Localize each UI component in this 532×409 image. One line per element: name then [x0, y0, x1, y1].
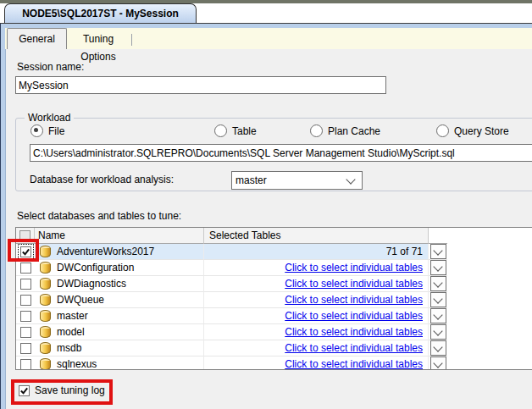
database-icon	[40, 326, 51, 339]
tables-dropdown-button[interactable]	[430, 276, 446, 291]
database-checkbox[interactable]	[20, 246, 31, 257]
radio-label: File	[48, 125, 64, 137]
database-name-cell: DWQueue	[35, 292, 204, 308]
database-name-cell: DWDiagnostics	[35, 276, 204, 292]
checkmark-icon	[21, 247, 30, 257]
workload-radio-file[interactable]: File	[30, 124, 64, 137]
database-name: AdventureWorks2017	[57, 244, 154, 259]
save-tuning-log-row: Save tuning log	[19, 384, 105, 396]
select-tables-link[interactable]: Click to select individual tables	[285, 262, 423, 274]
row-checkbox-cell[interactable]	[16, 260, 35, 276]
selected-tables-cell: Click to select individual tables	[204, 308, 429, 324]
document-tab-bar: NODE5\SQL2017ST - MySession	[0, 3, 532, 23]
table-row[interactable]: DWDiagnostics Click to select individual…	[16, 276, 532, 292]
row-dropdown-cell	[429, 292, 447, 308]
row-empty-space	[447, 324, 532, 340]
radio-icon[interactable]	[214, 124, 227, 137]
chevron-down-icon	[433, 342, 442, 351]
database-checkbox[interactable]	[20, 359, 31, 370]
tables-dropdown-button[interactable]	[430, 260, 446, 275]
save-tuning-log-label: Save tuning log	[35, 384, 105, 396]
row-empty-space	[447, 244, 532, 260]
select-tables-link[interactable]: Click to select individual tables	[285, 278, 423, 290]
workload-radio-table[interactable]: Table	[214, 124, 257, 137]
table-row[interactable]: model Click to select individual tables	[16, 324, 532, 340]
database-icon	[40, 294, 51, 307]
tab-strip: General Tuning Options	[5, 28, 532, 49]
row-checkbox-cell[interactable]	[16, 292, 35, 308]
chevron-down-icon	[433, 358, 442, 368]
row-dropdown-cell	[429, 276, 447, 292]
database-checkbox[interactable]	[20, 343, 31, 354]
row-dropdown-cell	[429, 308, 447, 324]
select-all-checkbox[interactable]	[19, 230, 30, 241]
row-empty-space	[447, 356, 532, 370]
tables-dropdown-button[interactable]	[430, 244, 446, 259]
database-name: DWConfiguration	[57, 260, 134, 275]
tables-dropdown-button[interactable]	[430, 340, 446, 356]
row-checkbox-cell[interactable]	[16, 324, 35, 340]
tables-dropdown-button[interactable]	[430, 292, 446, 307]
selected-tables-cell: Click to select individual tables	[204, 324, 429, 340]
select-tables-link[interactable]: Click to select individual tables	[285, 342, 423, 354]
database-icon	[40, 342, 51, 355]
table-row[interactable]: sqlnexus Click to select individual tabl…	[16, 356, 532, 370]
table-row[interactable]: msdb Click to select individual tables	[16, 340, 532, 356]
workload-file-path-input[interactable]	[30, 144, 532, 162]
table-row[interactable]: DWConfiguration Click to select individu…	[16, 260, 532, 276]
radio-icon[interactable]	[30, 124, 43, 137]
database-name-cell: model	[35, 324, 204, 340]
table-row[interactable]: DWQueue Click to select individual table…	[16, 292, 532, 308]
workload-radio-plan-cache[interactable]: Plan Cache	[310, 124, 380, 137]
database-checkbox[interactable]	[20, 279, 31, 290]
database-icon	[40, 310, 51, 323]
database-icon	[40, 278, 51, 290]
database-icon	[40, 262, 51, 274]
header-select-all-cell[interactable]	[16, 228, 35, 244]
row-dropdown-cell	[429, 244, 447, 260]
session-document-tab[interactable]: NODE5\SQL2017ST - MySession	[4, 3, 197, 23]
database-analysis-combobox[interactable]: master	[231, 171, 363, 190]
header-dropdown-spacer	[429, 228, 447, 244]
database-checkbox[interactable]	[20, 311, 31, 322]
select-tables-link[interactable]: Click to select individual tables	[285, 326, 423, 338]
radio-icon[interactable]	[436, 124, 449, 137]
tab-tuning-options[interactable]: Tuning Options	[66, 30, 130, 48]
row-dropdown-cell	[429, 260, 447, 276]
row-checkbox-cell[interactable]	[16, 276, 35, 292]
select-tables-link[interactable]: Click to select individual tables	[285, 310, 423, 322]
header-name[interactable]: Name	[35, 228, 204, 244]
select-tables-link[interactable]: Click to select individual tables	[285, 294, 423, 306]
header-selected-tables[interactable]: Selected Tables	[204, 228, 429, 244]
tab-general[interactable]: General	[7, 28, 67, 49]
table-row[interactable]: AdventureWorks2017 71 of 71	[16, 244, 532, 260]
database-name: msdb	[57, 340, 81, 356]
database-name-cell: DWConfiguration	[35, 260, 204, 276]
row-empty-space	[447, 308, 532, 324]
tables-dropdown-button[interactable]	[430, 308, 446, 323]
database-checkbox[interactable]	[20, 295, 31, 306]
row-checkbox-cell[interactable]	[16, 308, 35, 324]
radio-label: Plan Cache	[328, 125, 380, 137]
row-checkbox-cell[interactable]	[16, 244, 35, 260]
row-empty-space	[447, 340, 532, 356]
selected-tables-cell: Click to select individual tables	[204, 356, 429, 370]
row-checkbox-cell[interactable]	[16, 340, 35, 356]
tables-dropdown-button[interactable]	[430, 356, 446, 370]
database-name: sqlnexus	[57, 356, 97, 370]
database-checkbox[interactable]	[20, 263, 31, 274]
database-analysis-label: Database for workload analysis:	[30, 174, 174, 185]
select-tables-link[interactable]: Click to select individual tables	[285, 358, 423, 370]
workload-radio-query-store[interactable]: Query Store	[436, 124, 509, 137]
row-checkbox-cell[interactable]	[16, 356, 35, 370]
save-tuning-log-checkbox[interactable]	[19, 385, 30, 396]
database-name: model	[57, 324, 85, 340]
database-checkbox[interactable]	[20, 327, 31, 338]
radio-icon[interactable]	[310, 124, 323, 137]
tables-dropdown-button[interactable]	[430, 324, 446, 340]
row-dropdown-cell	[429, 340, 447, 356]
session-name-input[interactable]	[15, 76, 386, 94]
table-row[interactable]: master Click to select individual tables	[16, 308, 532, 324]
selected-tables-cell: Click to select individual tables	[204, 260, 429, 276]
selected-tables-cell: Click to select individual tables	[204, 340, 429, 356]
